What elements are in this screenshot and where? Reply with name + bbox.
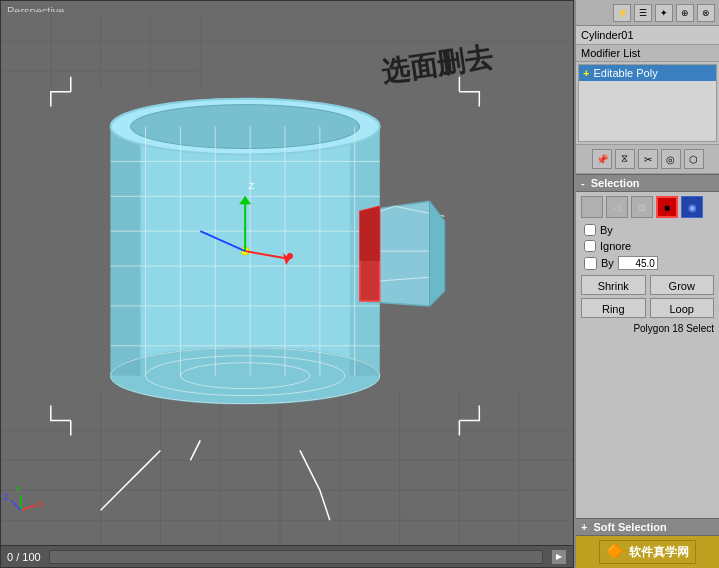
soft-selection-section: + Soft Selection bbox=[576, 518, 719, 536]
soft-selection-header: + Soft Selection bbox=[576, 518, 719, 536]
ring-loop-row: Ring Loop bbox=[576, 298, 719, 321]
toolbar-icon-4[interactable]: ⊕ bbox=[676, 4, 694, 22]
object-name-bar: Cylinder01 bbox=[576, 26, 719, 45]
svg-point-25 bbox=[131, 105, 360, 149]
toolbar-icon-3[interactable]: ✦ bbox=[655, 4, 673, 22]
selection-icons: ·:· ◁ ⊙ ■ ◉ bbox=[576, 192, 719, 222]
modifier-editable-poly[interactable]: + Editable Poly bbox=[579, 65, 716, 81]
frame-counter: 0 / 100 bbox=[7, 551, 41, 563]
sub-icon-pin[interactable]: 📌 bbox=[592, 149, 612, 169]
sel-edge-icon[interactable]: ◁ bbox=[606, 196, 628, 218]
selection-header: - Selection bbox=[576, 174, 719, 192]
svg-rect-22 bbox=[111, 127, 141, 376]
modifier-stack: + Editable Poly bbox=[578, 64, 717, 142]
by-label: By bbox=[600, 224, 613, 236]
sub-toolbar: 📌 ⧖ ✂ ◎ ⬡ bbox=[576, 144, 719, 174]
sel-ring-icon[interactable]: ⊙ bbox=[631, 196, 653, 218]
sub-icon-funnel[interactable]: ⧖ bbox=[615, 149, 635, 169]
object-name: Cylinder01 bbox=[581, 29, 634, 41]
toolbar-icon-2[interactable]: ☰ bbox=[634, 4, 652, 22]
expand-btn[interactable]: + bbox=[583, 67, 589, 79]
svg-marker-48 bbox=[360, 206, 380, 261]
sel-vertex-icon[interactable]: ·:· bbox=[581, 196, 603, 218]
svg-text:X: X bbox=[38, 499, 44, 509]
selection-collapse-btn[interactable]: - bbox=[581, 177, 585, 189]
shrink-button[interactable]: Shrink bbox=[581, 275, 646, 295]
sel-element-icon[interactable]: ◉ bbox=[681, 196, 703, 218]
play-button[interactable]: ▶ bbox=[551, 549, 567, 565]
ignore-checkbox-row: Ignore bbox=[576, 238, 719, 254]
selection-title: Selection bbox=[591, 177, 640, 189]
sub-icon-cut[interactable]: ✂ bbox=[638, 149, 658, 169]
soft-selection-expand-btn[interactable]: + bbox=[581, 521, 587, 533]
timeline-bar[interactable] bbox=[49, 550, 543, 564]
shrink-grow-row: Shrink Grow bbox=[576, 272, 719, 298]
sel-polygon-icon[interactable]: ■ bbox=[656, 196, 678, 218]
soft-selection-title: Soft Selection bbox=[593, 521, 666, 533]
by2-label: By bbox=[601, 257, 614, 269]
svg-text:Z: Z bbox=[248, 180, 254, 191]
by-checkbox[interactable] bbox=[584, 224, 596, 236]
top-toolbar: ⚡ ☰ ✦ ⊕ ⊗ bbox=[576, 0, 719, 26]
by2-value-input[interactable] bbox=[618, 256, 658, 270]
sub-icon-circle[interactable]: ◎ bbox=[661, 149, 681, 169]
toolbar-icon-1[interactable]: ⚡ bbox=[613, 4, 631, 22]
viewport[interactable]: Perspective bbox=[0, 0, 574, 568]
modifier-list-label: Modifier List bbox=[576, 45, 719, 62]
ignore-checkbox[interactable] bbox=[584, 240, 596, 252]
selection-section: - Selection ·:· ◁ ⊙ ■ ◉ By bbox=[576, 174, 719, 518]
by2-checkbox[interactable] bbox=[584, 257, 597, 270]
svg-text:Y: Y bbox=[15, 484, 21, 494]
svg-text:Z: Z bbox=[3, 492, 9, 502]
status-bar: 0 / 100 ▶ bbox=[1, 545, 573, 567]
by2-checkbox-row: By bbox=[576, 254, 719, 272]
right-panel: ⚡ ☰ ✦ ⊕ ⊗ Cylinder01 Modifier List + Edi… bbox=[574, 0, 719, 568]
stack-empty-area bbox=[579, 81, 716, 141]
ignore-label: Ignore bbox=[600, 240, 631, 252]
grow-button[interactable]: Grow bbox=[650, 275, 715, 295]
logo-text: 软件真学网 bbox=[629, 545, 689, 559]
main-container: Perspective bbox=[0, 0, 719, 568]
sub-icon-hex[interactable]: ⬡ bbox=[684, 149, 704, 169]
svg-point-57 bbox=[287, 253, 293, 259]
polygon-select-status: Polygon 18 Select bbox=[576, 321, 719, 336]
modifier-name: Editable Poly bbox=[593, 67, 657, 79]
ring-button[interactable]: Ring bbox=[581, 298, 646, 318]
toolbar-icon-5[interactable]: ⊗ bbox=[697, 4, 715, 22]
bottom-logo: 🔶 软件真学网 bbox=[576, 536, 719, 568]
loop-button[interactable]: Loop bbox=[650, 298, 715, 318]
by-checkbox-row: By bbox=[576, 222, 719, 238]
